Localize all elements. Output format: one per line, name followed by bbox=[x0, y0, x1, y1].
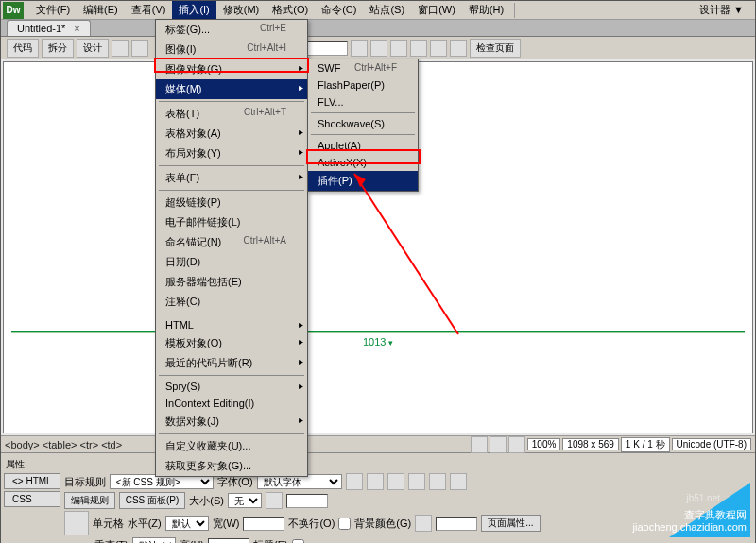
close-icon[interactable]: × bbox=[74, 23, 79, 34]
horz-select[interactable]: 默认 bbox=[165, 516, 209, 531]
menu-media-activex[interactable]: ActiveX(X) bbox=[308, 154, 418, 171]
size-label: 大小(S) bbox=[189, 494, 224, 508]
menu-insert-spry[interactable]: Spry(S) bbox=[156, 378, 307, 395]
visual-aids-icon[interactable] bbox=[450, 40, 467, 57]
insert-dropdown: 标签(G)...Ctrl+E 图像(I)Ctrl+Alt+I 图像对象(G) 媒… bbox=[155, 19, 308, 477]
color-swatch[interactable] bbox=[266, 492, 283, 509]
menu-insert-template-objects[interactable]: 模板对象(O) bbox=[156, 333, 307, 353]
menu-insert-date[interactable]: 日期(D) bbox=[156, 252, 307, 272]
menu-format[interactable]: 格式(O) bbox=[266, 1, 315, 19]
menu-insert-table-objects[interactable]: 表格对象(A) bbox=[156, 124, 307, 144]
tool-icon[interactable] bbox=[430, 40, 447, 57]
header-label: 标题(E) bbox=[253, 538, 288, 544]
menu-media-flashpaper[interactable]: FlashPaper(P) bbox=[308, 76, 418, 93]
bgcolor-label: 背景颜色(G) bbox=[354, 517, 411, 531]
menu-insert-media[interactable]: 媒体(M) bbox=[156, 79, 307, 99]
menu-insert-table[interactable]: 表格(T)Ctrl+Alt+T bbox=[156, 104, 307, 124]
app-logo: Dw bbox=[3, 2, 24, 19]
zoom-value[interactable]: 100% bbox=[527, 438, 561, 450]
menu-site[interactable]: 站点(S) bbox=[363, 1, 411, 19]
menu-insert-data-objects[interactable]: 数据对象(J) bbox=[156, 412, 307, 432]
menu-insert-html[interactable]: HTML bbox=[156, 316, 307, 333]
view-split-button[interactable]: 拆分 bbox=[42, 39, 74, 58]
menu-window[interactable]: 窗口(W) bbox=[411, 1, 462, 19]
select-tool-icon[interactable] bbox=[471, 436, 488, 453]
menu-insert-hyperlink[interactable]: 超级链接(P) bbox=[156, 193, 307, 212]
menu-insert-comment[interactable]: 注释(C) bbox=[156, 292, 307, 312]
vert-label: 垂直(T) bbox=[94, 538, 129, 544]
menu-insert-layout-objects[interactable]: 布局对象(Y) bbox=[156, 144, 307, 163]
tag-selector[interactable]: <body> <table> <tr> <td> bbox=[5, 439, 122, 450]
menubar: Dw 文件(F) 编辑(E) 查看(V) 插入(I) 修改(M) 格式(O) 命… bbox=[1, 1, 755, 20]
menu-edit[interactable]: 编辑(E) bbox=[77, 1, 125, 19]
nowrap-checkbox[interactable] bbox=[338, 518, 351, 530]
tool-icon[interactable] bbox=[351, 40, 368, 57]
document-tab[interactable]: Untitled-1* × bbox=[7, 20, 91, 36]
workspace-switcher[interactable]: 设计器 ▼ bbox=[694, 1, 749, 19]
menu-media-flv[interactable]: FLV... bbox=[308, 93, 418, 110]
menu-insert-image[interactable]: 图像(I)Ctrl+Alt+I bbox=[156, 40, 307, 59]
size-select[interactable]: 无 bbox=[228, 493, 262, 508]
encoding: Unicode (UTF-8) bbox=[672, 438, 751, 450]
watermark: 查字典教程网 jiaocheng.chazidian.com bbox=[669, 483, 750, 537]
menu-insert-incontext[interactable]: InContext Editing(I) bbox=[156, 395, 307, 412]
refresh-icon[interactable] bbox=[390, 40, 407, 57]
italic-icon[interactable] bbox=[367, 473, 384, 490]
live-view-icon[interactable] bbox=[112, 40, 129, 57]
table-width-hint: 1013 ▾ bbox=[363, 336, 393, 348]
menu-insert[interactable]: 插入(I) bbox=[172, 1, 215, 19]
window-dims[interactable]: 1098 x 569 bbox=[562, 438, 619, 450]
zoom-tool-icon[interactable] bbox=[508, 436, 525, 453]
menu-insert-image-objects[interactable]: 图像对象(G) bbox=[156, 59, 307, 79]
live-code-icon[interactable] bbox=[131, 40, 148, 57]
nowrap-label: 不换行(O) bbox=[288, 517, 335, 531]
bold-icon[interactable] bbox=[346, 473, 363, 490]
menu-media-swf[interactable]: SWFCtrl+Alt+F bbox=[308, 59, 418, 76]
menu-insert-recent-snippets[interactable]: 最近的代码片断(R) bbox=[156, 353, 307, 373]
view-design-button[interactable]: 设计 bbox=[77, 39, 109, 58]
color-input[interactable] bbox=[286, 494, 328, 508]
check-page-button[interactable]: 检查页面 bbox=[470, 39, 521, 58]
menu-insert-email-link[interactable]: 电子邮件链接(L) bbox=[156, 212, 307, 232]
css-panel-button[interactable]: CSS 面板(P) bbox=[119, 492, 186, 509]
bgcolor-input[interactable] bbox=[436, 517, 477, 531]
cell-label: 单元格 bbox=[93, 517, 124, 531]
align-justify-icon[interactable] bbox=[450, 473, 467, 490]
menu-insert-form[interactable]: 表单(F) bbox=[156, 168, 307, 188]
media-submenu: SWFCtrl+Alt+F FlashPaper(P) FLV... Shock… bbox=[307, 59, 419, 192]
menu-insert-get-more[interactable]: 获取更多对象(G)... bbox=[156, 456, 307, 476]
menu-help[interactable]: 帮助(H) bbox=[462, 1, 510, 19]
height-label: 高(H) bbox=[180, 538, 204, 544]
css-mode-chip[interactable]: CSS bbox=[4, 491, 60, 507]
menu-media-applet[interactable]: Applet(A) bbox=[308, 137, 418, 154]
panel-title: 属性 bbox=[4, 456, 752, 473]
view-code-button[interactable]: 代码 bbox=[7, 39, 39, 58]
align-left-icon[interactable] bbox=[387, 473, 404, 490]
menu-insert-ssi[interactable]: 服务器端包括(E) bbox=[156, 272, 307, 292]
menu-view[interactable]: 查看(V) bbox=[125, 1, 173, 19]
edit-rule-button[interactable]: 编辑规则 bbox=[64, 492, 115, 509]
bgcolor-swatch[interactable] bbox=[415, 515, 432, 532]
align-center-icon[interactable] bbox=[408, 473, 425, 490]
page-properties-button[interactable]: 页面属性... bbox=[481, 515, 540, 532]
status-bar: <body> <table> <tr> <td> 100% 1098 x 569… bbox=[1, 435, 755, 452]
document-toolbar: 代码 拆分 设计 标题: 检查页面 bbox=[1, 37, 755, 59]
menu-insert-customize-favorites[interactable]: 自定义收藏夹(U)... bbox=[156, 436, 307, 456]
vert-select[interactable]: 默认 bbox=[132, 537, 176, 543]
hand-tool-icon[interactable] bbox=[490, 436, 507, 453]
tool-icon[interactable] bbox=[410, 40, 427, 57]
menu-media-shockwave[interactable]: Shockwave(S) bbox=[308, 115, 418, 132]
menu-file[interactable]: 文件(F) bbox=[29, 1, 77, 19]
html-mode-chip[interactable]: <> HTML bbox=[4, 473, 60, 489]
menu-modify[interactable]: 修改(M) bbox=[216, 1, 266, 19]
tool-icon[interactable] bbox=[370, 40, 387, 57]
document-tabs: Untitled-1* × bbox=[1, 20, 755, 37]
align-right-icon[interactable] bbox=[429, 473, 446, 490]
menu-command[interactable]: 命令(C) bbox=[315, 1, 363, 19]
menu-insert-named-anchor[interactable]: 命名锚记(N)Ctrl+Alt+A bbox=[156, 232, 307, 252]
width-input[interactable] bbox=[243, 517, 284, 531]
height-input[interactable] bbox=[208, 538, 249, 544]
menu-media-plugin[interactable]: 插件(P) bbox=[308, 171, 418, 191]
menu-insert-tag[interactable]: 标签(G)...Ctrl+E bbox=[156, 20, 307, 40]
header-checkbox[interactable] bbox=[292, 539, 304, 544]
